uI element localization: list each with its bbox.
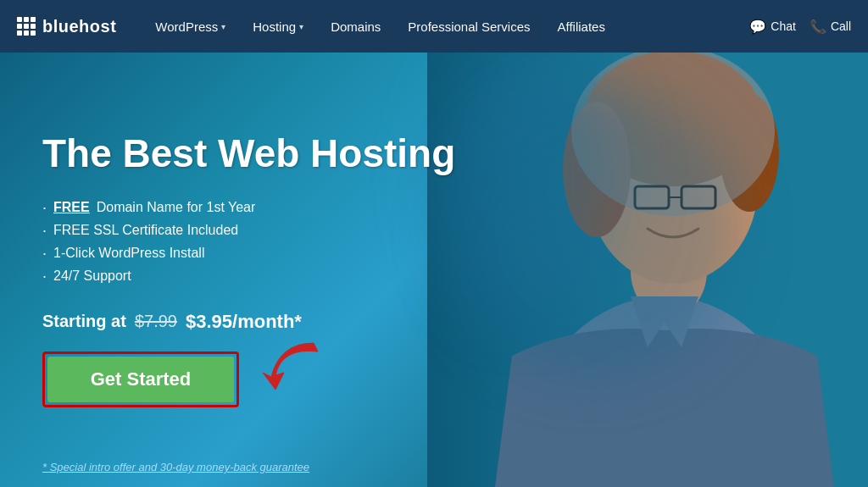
nav-domains[interactable]: Domains xyxy=(317,0,394,53)
logo-text: bluehost xyxy=(42,17,116,36)
arrow-decoration xyxy=(254,335,322,394)
feature-free-label: FREE xyxy=(53,200,90,215)
feature-domain: · FREE Domain Name for 1st Year xyxy=(42,199,826,217)
guarantee-text[interactable]: * Special intro offer and 30-day money-b… xyxy=(42,461,309,473)
hosting-dropdown-arrow: ▾ xyxy=(299,22,303,31)
nav-links: WordPress ▾ Hosting ▾ Domains Profession… xyxy=(142,0,749,53)
chat-button[interactable]: 💬 Chat xyxy=(749,19,796,35)
feature-wordpress-text: 1-Click WordPress Install xyxy=(53,246,204,261)
feature-support: · 24/7 Support xyxy=(42,268,826,285)
get-started-button[interactable]: Get Started xyxy=(47,357,234,402)
hero-title: The Best Web Hosting xyxy=(42,132,517,175)
cta-button-wrapper: Get Started xyxy=(42,351,239,407)
feature-ssl: · FREE SSL Certificate Included xyxy=(42,222,826,240)
hero-features-list: · FREE Domain Name for 1st Year · FREE S… xyxy=(42,199,826,291)
nav-professional-services[interactable]: Professional Services xyxy=(394,0,543,53)
hero-section: The Best Web Hosting · FREE Domain Name … xyxy=(0,53,868,487)
wordpress-dropdown-arrow: ▾ xyxy=(221,22,225,31)
pricing-prefix: Starting at xyxy=(42,312,126,331)
logo-grid-icon xyxy=(17,17,36,36)
call-button[interactable]: 📞 Call xyxy=(810,19,851,35)
logo-area[interactable]: bluehost xyxy=(17,17,116,36)
nav-affiliates[interactable]: Affiliates xyxy=(544,0,619,53)
cta-area: Get Started xyxy=(42,351,826,407)
pricing-area: Starting at $7.99 $3.95/month* xyxy=(42,311,826,333)
nav-right-actions: 💬 Chat 📞 Call xyxy=(749,19,851,35)
new-price: $3.95/month* xyxy=(186,311,302,333)
navbar: bluehost WordPress ▾ Hosting ▾ Domains P… xyxy=(0,0,868,53)
feature-ssl-text: FREE SSL Certificate Included xyxy=(53,223,238,238)
feature-support-text: 24/7 Support xyxy=(53,268,131,284)
feature-domain-text: Domain Name for 1st Year xyxy=(97,200,256,215)
nav-hosting[interactable]: Hosting ▾ xyxy=(239,0,317,53)
phone-icon: 📞 xyxy=(810,19,826,35)
old-price: $7.99 xyxy=(135,312,177,331)
feature-wordpress: · 1-Click WordPress Install xyxy=(42,245,826,263)
chat-icon: 💬 xyxy=(749,19,766,35)
nav-wordpress[interactable]: WordPress ▾ xyxy=(142,0,239,53)
